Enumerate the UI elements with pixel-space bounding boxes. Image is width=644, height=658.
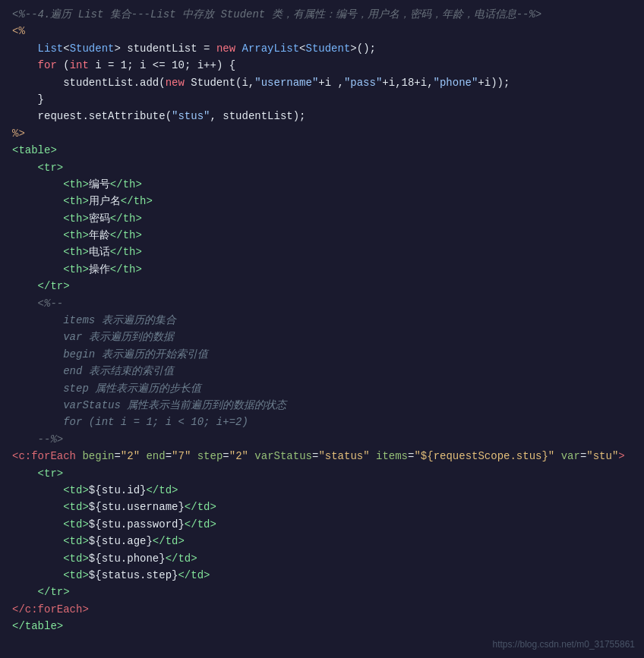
- comment-var: var 表示遍历到的数据: [63, 329, 174, 345]
- th-id-text: 编号: [89, 176, 110, 193]
- th-user-text: 用户名: [89, 193, 121, 209]
- th-age-open: <th>: [63, 227, 89, 244]
- th-user-open: <th>: [63, 193, 89, 209]
- td-pass-expr: ${stu.password}: [89, 516, 185, 533]
- line-30: <td>${stu.username}</td>: [0, 499, 644, 515]
- indent28: [12, 550, 63, 567]
- sp2: [191, 448, 197, 464]
- th-phone-close: </th>: [110, 244, 142, 260]
- indent3: [12, 74, 63, 91]
- line-25: for (int i = 1; i < 10; i+=2): [0, 414, 644, 430]
- watermark: https://blog.csdn.net/m0_31755861: [493, 638, 635, 652]
- th-phone-open: <th>: [63, 244, 89, 260]
- indent24: [12, 482, 63, 499]
- td-pass-open: <td>: [63, 516, 89, 533]
- td-phone-open: <td>: [63, 550, 89, 567]
- indent30: [12, 584, 38, 600]
- comment-items: items 表示遍历的集合: [63, 312, 175, 329]
- td-age-close: </td>: [153, 533, 185, 549]
- td-age-open: <td>: [63, 533, 89, 549]
- line-5: studentList.add(new Student(i,"username"…: [0, 74, 644, 91]
- plus-i2: +i,18+i,: [382, 74, 433, 91]
- indent2: [12, 57, 38, 74]
- td-phone-expr: ${stu.phone}: [89, 550, 166, 567]
- indent14: [12, 295, 38, 312]
- line-20: var 表示遍历到的数据: [0, 329, 644, 345]
- comment-for-loop: for (int i = 1; i < 10; i+=2): [63, 414, 248, 430]
- line-6: }: [0, 91, 644, 108]
- eq2: =: [166, 448, 172, 464]
- eq4: =: [312, 448, 318, 464]
- line-33: <td>${stu.phone}</td>: [0, 550, 644, 567]
- var-name: studentList: [121, 40, 204, 57]
- line-17: </tr>: [0, 278, 644, 294]
- line-34: <td>${status.step}</td>: [0, 567, 644, 584]
- line-4: for (int i = 1; i <= 10; i++) {: [0, 57, 644, 74]
- comment-close: --%>: [38, 431, 64, 448]
- kw-new: new: [166, 74, 185, 91]
- line-22: end 表示结束的索引值: [0, 363, 644, 379]
- indent15: [12, 312, 63, 329]
- tr-close: </tr>: [38, 278, 70, 294]
- td-user-close: </td>: [185, 499, 216, 515]
- comment-varstatus: varStatus 属性表示当前遍历到的数据的状态: [63, 397, 286, 414]
- indent29: [12, 567, 63, 584]
- type-student2: Student: [306, 40, 351, 57]
- indent19: [12, 380, 63, 397]
- for-cond: (: [57, 57, 70, 74]
- indent8: [12, 193, 63, 209]
- th-age-close: </th>: [110, 227, 142, 244]
- indent10: [12, 227, 63, 244]
- th-op-open: <th>: [63, 261, 89, 278]
- paren-open: ();: [357, 40, 376, 57]
- td-user-open: <td>: [63, 499, 89, 515]
- punct-gt2: >: [350, 40, 356, 57]
- plus-i1: +i ,: [318, 74, 344, 91]
- td-id-expr: ${stu.id}: [89, 482, 147, 499]
- line-32: <td>${stu.age}</td>: [0, 533, 644, 549]
- indent25: [12, 499, 63, 515]
- eq3: =: [223, 448, 229, 464]
- line-2: <%: [0, 23, 644, 39]
- attr-items-val: "${requestScope.stus}": [414, 448, 554, 464]
- indent17: [12, 346, 63, 363]
- punct-lt2: <: [299, 40, 305, 57]
- indent12: [12, 261, 63, 278]
- line-21: begin 表示遍历的开始索引值: [0, 346, 644, 363]
- line-26: --%>: [0, 431, 644, 448]
- line-3: List<Student> studentList = new ArrayLis…: [0, 40, 644, 57]
- indent20: [12, 397, 63, 414]
- indent26: [12, 516, 63, 533]
- close-brace: }: [38, 91, 44, 108]
- indent6: [12, 159, 38, 176]
- indent4: [12, 91, 38, 108]
- td-phone-close: </td>: [166, 550, 197, 567]
- indent16: [12, 329, 63, 345]
- attr-varstatus-name: varStatus: [254, 448, 312, 464]
- th-op-text: 操作: [89, 261, 110, 278]
- punct-lt: <: [63, 40, 69, 57]
- line-16: <th>操作</th>: [0, 261, 644, 278]
- attr-end-val: "7": [172, 448, 191, 464]
- td-user-expr: ${stu.username}: [89, 499, 185, 515]
- indent27: [12, 533, 63, 549]
- th-id-open: <th>: [63, 176, 89, 193]
- html-table-open: <table>: [12, 142, 57, 159]
- kw-for: for: [38, 57, 57, 74]
- type-arraylist: ArrayList: [242, 40, 299, 57]
- tr-open2: <tr>: [38, 465, 64, 482]
- th-user-close: </th>: [121, 193, 153, 209]
- line-31: <td>${stu.password}</td>: [0, 516, 644, 533]
- line-27: <c:forEach begin="2" end="7" step="2" va…: [0, 448, 644, 464]
- line-24: varStatus 属性表示当前遍历到的数据的状态: [0, 397, 644, 414]
- td-step-expr: ${status.step}: [89, 567, 178, 584]
- comment-end: end 表示结束的索引值: [63, 363, 174, 379]
- comment-header: <%--4.遍历 List 集合---List 中存放 Student 类，有属…: [12, 6, 541, 23]
- td-pass-close: </td>: [185, 516, 216, 533]
- line-14: <th>年龄</th>: [0, 227, 644, 244]
- line-8: %>: [0, 125, 644, 142]
- equals: =: [204, 40, 216, 57]
- th-age-text: 年龄: [89, 227, 110, 244]
- attr-varstatus-val: "status": [318, 448, 369, 464]
- line-29: <td>${stu.id}</td>: [0, 482, 644, 499]
